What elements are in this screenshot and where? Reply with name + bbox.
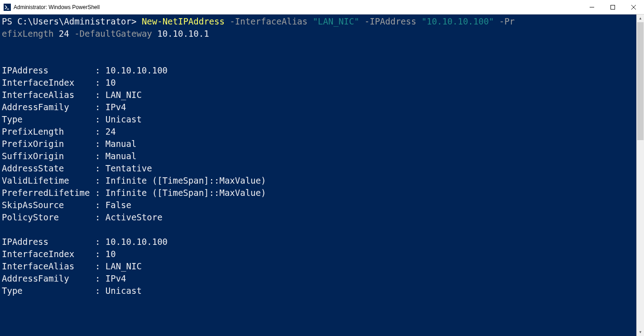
console-area[interactable]: PS C:\Users\Administrator> New-NetIPAddr… <box>0 15 636 336</box>
out-val: : IPv4 <box>95 273 126 283</box>
scroll-down-icon[interactable]: ▼ <box>637 328 644 336</box>
window-title: Administrator: Windows PowerShell <box>14 4 582 10</box>
out-val: : Unicast <box>95 114 142 124</box>
out-val: : LAN_NIC <box>95 261 142 271</box>
scroll-up-icon[interactable]: ▲ <box>637 15 644 22</box>
window-controls <box>582 0 644 14</box>
close-button[interactable] <box>623 0 644 14</box>
out-row: PrefixLength <box>2 127 95 136</box>
prompt-ps: PS <box>2 16 17 26</box>
out-val: : Tentative <box>95 163 152 173</box>
out-val: : Unicast <box>95 286 142 296</box>
out-row: SuffixOrigin <box>2 151 95 161</box>
minimize-button[interactable] <box>582 0 602 14</box>
out-val: : 24 <box>95 127 116 136</box>
out-row: Type <box>2 114 95 124</box>
out-row: InterfaceAlias <box>2 90 95 100</box>
out-row: PreferredLifetime <box>2 188 95 198</box>
out-row: InterfaceIndex <box>2 249 95 259</box>
maximize-button[interactable] <box>602 0 623 14</box>
out-val: : 10.10.10.100 <box>95 65 168 75</box>
out-row: InterfaceAlias <box>2 261 95 271</box>
out-val: : 10 <box>95 78 116 88</box>
out-row: IPAddress <box>2 65 95 75</box>
out-row: AddressFamily <box>2 102 95 112</box>
out-row: AddressFamily <box>2 273 95 283</box>
out-row: AddressState <box>2 163 95 173</box>
window-titlebar[interactable]: Administrator: Windows PowerShell <box>0 0 644 15</box>
value-defaultgateway: 10.10.10.1 <box>157 29 209 39</box>
out-val: : ActiveStore <box>95 212 163 222</box>
powershell-icon <box>4 4 11 11</box>
param-defaultgateway: -DefaultGateway <box>69 29 157 39</box>
value-ipaddress: "10.10.10.100" <box>422 16 494 26</box>
param-prefixlength-part1: -Pr <box>494 16 515 26</box>
scrollbar-thumb[interactable] <box>637 22 644 140</box>
out-val: : LAN_NIC <box>95 90 142 100</box>
out-val: : False <box>95 200 131 210</box>
out-row: ValidLifetime <box>2 175 95 185</box>
value-interfacealias: "LAN_NIC" <box>312 16 359 26</box>
value-prefixlength: 24 <box>59 29 69 39</box>
param-ipaddress: -IPAddress <box>359 16 421 26</box>
out-row: InterfaceIndex <box>2 78 95 88</box>
prompt-path: C:\Users\Administrator <box>17 16 131 26</box>
cmdlet-name: New-NetIPAddress <box>142 16 225 26</box>
out-val: : 10.10.10.100 <box>95 237 168 247</box>
param-prefixlength-part2: efixLength <box>2 29 59 39</box>
out-row: PolicyStore <box>2 212 95 222</box>
out-row: IPAddress <box>2 237 95 247</box>
out-row: Type <box>2 286 95 296</box>
console-wrap: PS C:\Users\Administrator> New-NetIPAddr… <box>0 15 644 336</box>
vertical-scrollbar[interactable]: ▲ ▼ <box>636 15 644 336</box>
out-val: : 10 <box>95 249 116 259</box>
svg-rect-3 <box>611 5 615 9</box>
out-row: SkipAsSource <box>2 200 95 210</box>
out-val: : IPv4 <box>95 102 126 112</box>
param-interfacealias: -InterfaceAlias <box>225 16 312 26</box>
prompt-arrow: > <box>131 16 142 26</box>
out-val: : Manual <box>95 151 137 161</box>
out-val: : Infinite ([TimeSpan]::MaxValue) <box>95 188 266 198</box>
out-val: : Infinite ([TimeSpan]::MaxValue) <box>95 175 266 185</box>
out-val: : Manual <box>95 139 137 149</box>
out-row: PrefixOrigin <box>2 139 95 149</box>
